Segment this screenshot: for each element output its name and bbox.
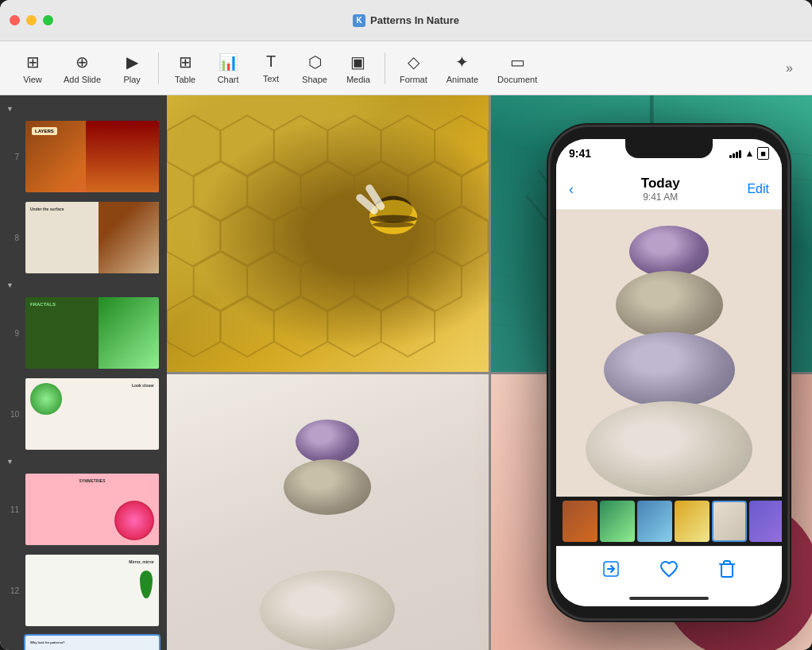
slide-group-7: ▼ 7 [0,102,167,197]
table-button[interactable]: ⊞ Table [165,48,205,89]
shape-icon: ⬡ [308,52,322,72]
table-icon: ⊞ [179,52,192,72]
urchin-2 [284,459,371,515]
iphone-bottom-bar [556,546,782,590]
iphone-status-bar: 9:41 ▲ ■ [556,139,782,168]
chart-button[interactable]: 📊 Chart [208,48,248,89]
iphone-main-image [556,210,782,497]
canvas-area: 9:41 ▲ ■ [167,95,812,650]
iphone-nav-bar: ‹ Today 9:41 AM Edit [556,168,782,210]
slide-thumbnail[interactable] [24,296,160,370]
app-icon: K [353,14,365,27]
signal-bar-3 [736,152,738,158]
media-icon: ▣ [350,52,365,72]
add-slide-icon: ⊕ [75,52,89,72]
slide-group-header: ▼ [0,102,167,116]
canvas-cell-urchins [167,374,489,651]
iphone-urchin-4 [586,401,752,497]
iphone-home-indicator [556,590,782,606]
chart-icon: 📊 [218,52,238,72]
signal-bars [729,149,741,158]
add-slide-button[interactable]: ⊕ Add Slide [56,48,109,89]
animate-icon: ✦ [455,52,469,72]
iphone-urchin-stack [582,226,756,497]
battery-icon: ■ [757,147,769,160]
iphone-overlay: 9:41 ▲ ■ [550,95,788,650]
favorite-button[interactable] [659,559,679,578]
delete-button[interactable] [717,559,737,578]
separator-2 [385,52,385,84]
filmstrip-thumb-2[interactable] [600,501,635,542]
slide-item[interactable]: 10 [0,373,167,455]
slide-thumbnail[interactable] [24,553,160,628]
document-button[interactable]: ▭ Document [489,48,545,89]
iphone-edit-button[interactable]: Edit [747,182,769,196]
signal-bar-4 [739,150,741,158]
minimize-button[interactable] [26,15,37,25]
media-button[interactable]: ▣ Media [338,48,378,89]
slide-item[interactable]: 12 [0,550,167,631]
document-icon: ▭ [510,52,525,72]
format-icon: ◇ [408,52,420,72]
slide-item[interactable]: 13 [0,631,167,650]
close-button[interactable] [10,15,20,25]
iphone-time: 9:41 [569,147,591,160]
filmstrip-thumb-1[interactable] [563,501,597,542]
slide-item[interactable]: 9 [0,292,167,373]
urchin-4 [260,571,395,650]
more-button[interactable]: » [779,58,799,79]
filmstrip-thumb-3[interactable] [637,501,672,542]
slide-panel[interactable]: ▼ 7 8 [0,95,167,650]
app-window: K Patterns In Nature ⊞ View ⊕ Add Slide … [0,0,812,650]
iphone-status-icons: ▲ ■ [729,147,769,160]
play-button[interactable]: ▶ Play [112,48,152,89]
svg-line-4 [360,198,374,211]
slide-group-9: ▼ 9 [0,278,167,373]
format-button[interactable]: ◇ Format [392,48,435,89]
share-button[interactable] [601,559,621,578]
view-icon: ⊞ [26,52,40,72]
group-toggle-icon[interactable]: ▼ [6,281,14,289]
filmstrip-thumb-4[interactable] [675,501,710,542]
iphone-device: 9:41 ▲ ■ [550,126,788,619]
slide-thumbnail[interactable] [24,200,160,275]
traffic-lights [10,15,53,25]
filmstrip-thumb-5-active[interactable] [712,501,747,542]
iphone-nav-title: Today 9:41 AM [574,176,747,203]
animate-button[interactable]: ✦ Animate [439,48,486,89]
slide-group-header: ▼ [0,278,167,292]
svg-marker-0 [167,115,220,176]
wifi-icon: ▲ [744,148,754,159]
toolbar: ⊞ View ⊕ Add Slide ▶ Play ⊞ Table 📊 Char… [0,41,812,95]
slide-thumbnail[interactable] [24,119,160,194]
iphone-urchin-1 [629,226,709,277]
iphone-urchin-2 [616,271,723,339]
iphone-filmstrip [556,497,782,546]
iphone-urchin-3 [604,332,735,408]
view-button[interactable]: ⊞ View [13,48,52,89]
svg-point-7 [372,222,414,227]
slide-item[interactable]: 7 [0,116,167,197]
separator-1 [158,52,159,84]
slide-thumbnail-active[interactable] [24,634,160,650]
slide-group-11: ▼ 11 [0,455,167,550]
window-title: K Patterns In Nature [353,14,459,27]
urchin-3 [272,511,383,575]
main-area: ▼ 7 8 [0,95,812,650]
signal-bar-1 [729,155,732,158]
slide-group-header: ▼ [0,455,167,469]
signal-bar-2 [733,153,735,158]
slide-item[interactable]: 11 [0,469,167,550]
group-toggle-icon[interactable]: ▼ [6,458,14,466]
shape-button[interactable]: ⬡ Shape [294,48,335,89]
home-bar [629,597,709,600]
filmstrip-thumb-6[interactable] [749,501,782,542]
slide-item[interactable]: 8 [0,197,167,278]
text-button[interactable]: T Text [251,48,291,88]
slide-thumbnail[interactable] [24,472,160,547]
iphone-notch [625,139,713,158]
iphone-subtitle-text: 9:41 AM [574,192,747,203]
group-toggle-icon[interactable]: ▼ [6,105,14,113]
maximize-button[interactable] [43,15,53,25]
slide-thumbnail[interactable] [24,377,160,451]
